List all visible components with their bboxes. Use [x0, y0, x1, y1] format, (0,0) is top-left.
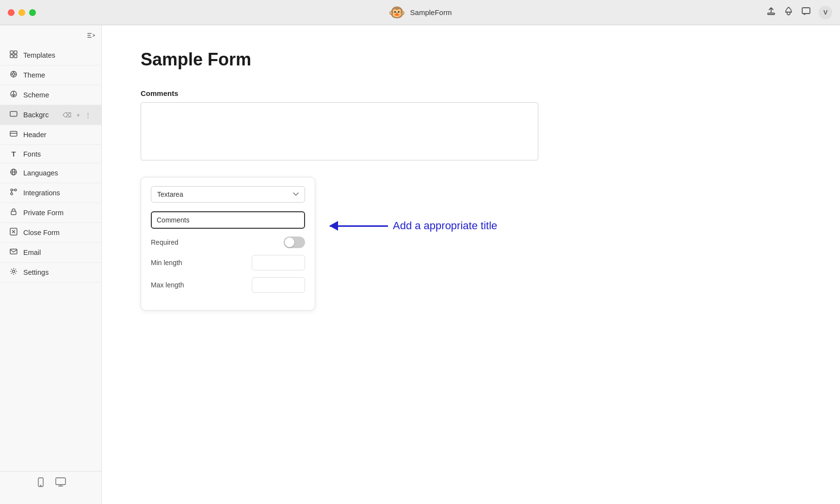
email-icon [9, 248, 18, 257]
annotation-arrow [330, 225, 388, 227]
sidebar-item-background[interactable]: Backgrc ⌫ + ⋮ [0, 105, 101, 125]
templates-icon [9, 50, 18, 60]
background-item-actions: ⌫ + ⋮ [61, 110, 93, 120]
maximize-window-button[interactable] [29, 9, 36, 16]
app-title: SampleForm [410, 8, 452, 16]
annotation: Add a appropriate title [330, 220, 497, 232]
sidebar-item-label-integrations: Integrations [23, 189, 93, 197]
field-title-input[interactable] [151, 211, 305, 229]
sidebar-top [0, 25, 101, 46]
svg-rect-10 [10, 131, 17, 136]
background-add-button[interactable]: + [75, 110, 81, 120]
svg-rect-3 [14, 51, 17, 54]
titlebar: 🐵 SampleForm V [0, 0, 840, 25]
header-icon [9, 130, 18, 140]
sidebar-footer [0, 471, 101, 496]
required-toggle[interactable] [284, 236, 305, 248]
field-editor-container: Textarea Text Number Email Date Required… [141, 162, 315, 311]
svg-rect-28 [56, 478, 65, 485]
desktop-view-icon[interactable] [55, 477, 66, 490]
sidebar-item-label-header: Header [23, 131, 93, 139]
sidebar-item-close-form[interactable]: Close Form [0, 223, 101, 243]
field-editor: Textarea Text Number Email Date Required… [141, 177, 315, 311]
required-row: Required [151, 236, 305, 248]
svg-rect-0 [768, 13, 775, 15]
sidebar-item-label-email: Email [23, 249, 93, 256]
background-delete-button[interactable]: ⌫ [61, 110, 73, 120]
svg-rect-1 [802, 8, 810, 14]
svg-point-27 [40, 485, 41, 486]
svg-rect-24 [10, 249, 17, 254]
sidebar-item-private-form[interactable]: Private Form [0, 203, 101, 223]
svg-point-16 [15, 189, 16, 191]
settings-icon [9, 268, 18, 277]
svg-point-15 [11, 189, 13, 191]
svg-point-7 [13, 73, 15, 76]
min-length-label: Min length [151, 259, 182, 267]
sidebar-item-languages[interactable]: Languages [0, 163, 101, 183]
sidebar-item-label-background: Backgrc [23, 111, 56, 119]
comment-icon[interactable] [801, 6, 811, 18]
background-icon [9, 110, 18, 120]
sidebar: Templates Theme Scheme [0, 25, 102, 504]
sidebar-item-integrations[interactable]: Integrations [0, 183, 101, 203]
background-more-button[interactable]: ⋮ [83, 110, 93, 120]
sidebar-item-label-languages: Languages [23, 169, 93, 177]
sidebar-item-label-templates: Templates [23, 51, 93, 59]
close-form-icon [9, 228, 18, 237]
sidebar-items: Templates Theme Scheme [0, 46, 101, 471]
sidebar-item-label-close-form: Close Form [23, 229, 93, 236]
scheme-icon [9, 90, 18, 100]
min-length-row: Min length [151, 255, 305, 270]
sidebar-item-label-theme: Theme [23, 71, 93, 79]
sidebar-item-scheme[interactable]: Scheme [0, 85, 101, 105]
sidebar-item-email[interactable]: Email [0, 243, 101, 263]
sidebar-item-label-fonts: Fonts [23, 150, 93, 158]
app-body: Templates Theme Scheme [0, 25, 840, 504]
titlebar-center: 🐵 SampleForm [388, 4, 452, 20]
sidebar-item-theme[interactable]: Theme [0, 65, 101, 85]
sidebar-item-label-settings: Settings [23, 268, 93, 276]
svg-rect-9 [10, 111, 17, 116]
upload-icon[interactable] [766, 6, 776, 18]
integrations-icon [9, 188, 18, 198]
annotation-text: Add a appropriate title [393, 220, 497, 232]
comments-textarea[interactable] [141, 102, 538, 160]
svg-point-17 [11, 193, 13, 195]
rocket-icon[interactable] [784, 6, 793, 18]
sidebar-item-fonts[interactable]: T Fonts [0, 145, 101, 163]
sidebar-item-settings[interactable]: Settings [0, 263, 101, 283]
required-label: Required [151, 238, 178, 246]
sidebar-item-label-private-form: Private Form [23, 209, 93, 217]
svg-rect-20 [11, 211, 16, 215]
comments-label: Comments [141, 89, 801, 97]
theme-icon [9, 70, 18, 80]
fonts-icon: T [9, 150, 18, 158]
svg-rect-2 [10, 51, 13, 54]
sidebar-item-templates[interactable]: Templates [0, 46, 101, 65]
window-controls [8, 9, 36, 16]
field-type-select[interactable]: Textarea Text Number Email Date [151, 186, 305, 203]
max-length-label: Max length [151, 281, 184, 289]
max-length-row: Max length [151, 277, 305, 293]
app-logo-icon: 🐵 [388, 4, 405, 20]
minimize-window-button[interactable] [18, 9, 25, 16]
sidebar-item-label-scheme: Scheme [23, 91, 93, 99]
private-form-icon [9, 208, 18, 218]
avatar[interactable]: V [819, 6, 832, 19]
languages-icon [9, 168, 18, 178]
sidebar-item-header[interactable]: Header [0, 125, 101, 145]
svg-rect-5 [14, 55, 17, 58]
main-content: Sample Form Comments Textarea Text Numbe… [102, 25, 840, 504]
max-length-input[interactable] [252, 277, 305, 293]
mobile-view-icon[interactable] [36, 477, 46, 490]
svg-point-25 [13, 270, 15, 273]
comments-field: Comments [141, 89, 801, 162]
sidebar-collapse-button[interactable] [87, 32, 96, 41]
min-length-input[interactable] [252, 255, 305, 270]
form-title: Sample Form [141, 49, 801, 70]
svg-rect-4 [10, 55, 13, 58]
close-window-button[interactable] [8, 9, 15, 16]
titlebar-actions: V [766, 6, 832, 19]
